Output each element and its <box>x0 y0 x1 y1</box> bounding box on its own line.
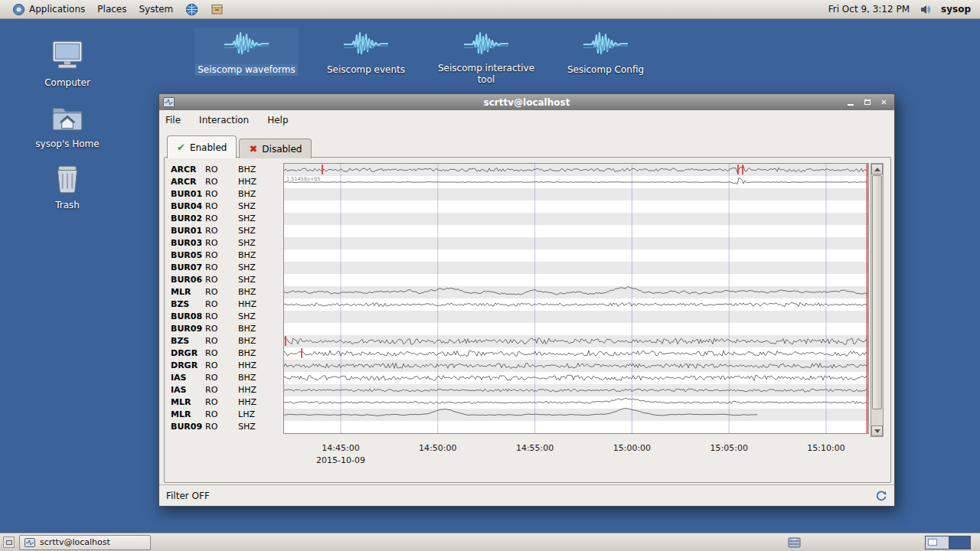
station-row[interactable]: BZSROHHZ <box>167 298 283 311</box>
window-menubar: File Interaction Help <box>159 110 894 130</box>
station-code: BUR02 <box>167 213 205 225</box>
menu-help[interactable]: Help <box>267 112 288 129</box>
top-panel: Applications Places System Fri Oct 9, 3:… <box>0 0 980 19</box>
trace-canvas[interactable]: 1.51458e+05 <box>284 164 868 433</box>
station-row[interactable]: MLRROLHZ <box>167 409 283 421</box>
clock-applet[interactable]: Fri Oct 9, 3:12 PM <box>828 4 910 15</box>
launcher-label: Seiscomp interactive tool <box>434 63 538 86</box>
network-code: RO <box>205 201 238 213</box>
menu-file[interactable]: File <box>165 112 181 129</box>
user-switcher-applet[interactable]: sysop <box>941 4 974 15</box>
station-code: IAS <box>167 372 205 384</box>
station-row[interactable]: BZSROBHZ <box>167 335 283 347</box>
window-controls: ✕ <box>844 96 890 108</box>
station-row[interactable]: BUR08ROSHZ <box>167 311 283 323</box>
station-code: ARCR <box>167 176 205 188</box>
station-row[interactable]: IASROHHZ <box>167 384 283 396</box>
station-row[interactable]: BUR01ROSHZ <box>167 225 283 237</box>
maximize-button[interactable] <box>861 96 874 108</box>
archive-launcher[interactable] <box>204 1 230 18</box>
scroll-up-button[interactable] <box>871 164 883 174</box>
station-code: BUR04 <box>167 201 205 213</box>
trace-band <box>284 421 868 433</box>
station-row[interactable]: IASROBHZ <box>167 372 283 384</box>
desktop-icon-trash[interactable]: Trash <box>35 162 100 210</box>
network-code: RO <box>205 323 238 335</box>
channel-code: HHZ <box>238 385 256 395</box>
desktop-icon-home[interactable]: sysop's Home <box>35 101 100 149</box>
amplitude-label: 1.51458e+05 <box>286 176 321 182</box>
applications-menu[interactable]: Applications <box>6 1 91 18</box>
trace-view[interactable]: 1.51458e+05 <box>283 163 869 434</box>
tab-disabled[interactable]: ✖ Disabled <box>239 139 312 158</box>
network-code: RO <box>205 188 238 201</box>
trace-band <box>284 274 868 286</box>
station-row[interactable]: BUR02ROSHZ <box>167 213 283 225</box>
launcher-seiscomp-waveforms[interactable]: Seiscomp waveforms <box>194 28 299 76</box>
station-row[interactable]: ARCRROHHZ <box>167 176 283 188</box>
web-browser-icon <box>185 3 198 16</box>
axis-date-label: 2015-10-09 <box>306 455 375 465</box>
file-drawer-tray-icon[interactable] <box>788 536 801 549</box>
vertical-scrollbar[interactable] <box>871 163 884 437</box>
show-desktop-button[interactable] <box>3 536 15 548</box>
taskbar-task-scrttv[interactable]: scrttv@localhost <box>19 535 151 550</box>
system-menu[interactable]: System <box>132 2 179 17</box>
trace-band <box>284 237 868 249</box>
station-row[interactable]: MLRROHHZ <box>167 396 283 409</box>
trace-band <box>284 335 868 347</box>
desktop-icon-label: Trash <box>35 200 100 210</box>
web-browser-launcher[interactable] <box>179 1 204 18</box>
status-refresh-icon[interactable] <box>875 490 887 502</box>
station-code: BUR09 <box>167 323 205 335</box>
station-row[interactable]: BUR09ROBHZ <box>167 323 283 335</box>
station-code: BUR01 <box>167 188 205 201</box>
channel-code: BHZ <box>238 348 256 358</box>
scrollbar-thumb[interactable] <box>872 175 882 409</box>
station-code: BUR07 <box>167 262 205 274</box>
channel-code: BHZ <box>238 250 256 260</box>
network-code: RO <box>205 421 238 433</box>
station-code: IAS <box>167 384 205 396</box>
scroll-down-button[interactable] <box>871 425 883 436</box>
station-row[interactable]: DRGRROBHZ <box>167 347 283 360</box>
station-row[interactable]: BUR03ROSHZ <box>167 237 283 249</box>
network-code: RO <box>205 298 238 311</box>
launcher-seiscomp-events[interactable]: Seiscomp events <box>314 28 418 76</box>
station-row[interactable]: BUR07ROSHZ <box>167 262 283 274</box>
desktop-screen: Applications Places System Fri Oct 9, 3:… <box>0 0 980 551</box>
close-button[interactable]: ✕ <box>877 96 890 108</box>
desktop-icon-computer[interactable]: Computer <box>35 40 100 88</box>
time-tick-label: 14:45:00 <box>306 443 375 453</box>
network-code: RO <box>205 286 238 298</box>
window-app-icon <box>163 97 175 107</box>
channel-code: BHZ <box>238 189 256 199</box>
station-row[interactable]: BUR01ROBHZ <box>167 188 283 201</box>
trace-band <box>284 249 868 262</box>
station-row[interactable]: DRGRROHHZ <box>167 360 283 372</box>
station-row[interactable]: MLRROBHZ <box>167 286 283 298</box>
filter-status-label: Filter OFF <box>166 491 210 501</box>
task-window-icon <box>24 538 35 547</box>
launcher-sesicomp-config[interactable]: Sesicomp Config <box>554 28 658 76</box>
waveform-app-icon <box>461 28 511 58</box>
station-row[interactable]: BUR04ROSHZ <box>167 201 283 213</box>
channel-code: BHZ <box>238 324 256 334</box>
menu-interaction[interactable]: Interaction <box>199 112 249 129</box>
launcher-seiscomp-interactive-tool[interactable]: Seiscomp interactive tool <box>434 28 538 86</box>
station-row[interactable]: BUR05ROBHZ <box>167 249 283 262</box>
tab-enabled[interactable]: ✔ Enabled <box>167 135 237 158</box>
workspace-2[interactable] <box>949 536 970 549</box>
station-row[interactable]: ARCRROBHZ <box>167 164 283 176</box>
station-row[interactable]: BUR09ROSHZ <box>167 421 283 433</box>
station-row[interactable]: BUR06ROSHZ <box>167 274 283 286</box>
network-code: RO <box>205 396 238 409</box>
trace-band <box>284 225 868 237</box>
workspace-switcher <box>925 536 971 549</box>
places-menu[interactable]: Places <box>91 2 132 17</box>
workspace-1[interactable] <box>926 536 949 549</box>
volume-icon[interactable] <box>919 3 932 16</box>
minimize-button[interactable] <box>844 96 857 108</box>
channel-code: SHZ <box>238 311 256 321</box>
window-titlebar[interactable]: scrttv@localhost ✕ <box>159 94 894 110</box>
